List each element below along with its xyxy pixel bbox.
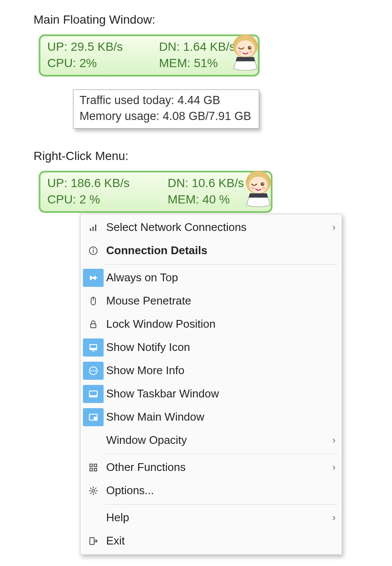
tooltip-memory-usage: Memory usage: 4.08 GB/7.91 GB — [80, 108, 251, 125]
menu-label: Mouse Penetrate — [106, 294, 326, 308]
gear-icon — [83, 482, 104, 500]
menu-label: Exit — [106, 534, 326, 548]
submenu-arrow-icon: › — [326, 512, 342, 523]
ellipsis-circle-icon — [83, 362, 104, 380]
menu-help[interactable]: Help › — [80, 506, 342, 529]
context-menu: Select Network Connections › Connection … — [80, 214, 342, 555]
stat-upload: UP: 186.6 KB/s — [47, 175, 168, 191]
menu-separator — [105, 264, 337, 265]
menu-label: Other Functions — [106, 461, 326, 474]
submenu-arrow-icon: › — [326, 222, 342, 233]
tooltip-traffic-today: Traffic used today: 4.44 GB — [80, 92, 251, 109]
menu-show-taskbar[interactable]: Show Taskbar Window — [80, 382, 342, 406]
menu-options[interactable]: Options... — [80, 479, 342, 502]
menu-label: Help — [106, 511, 326, 524]
menu-separator — [105, 504, 337, 504]
menu-show-main-window[interactable]: Show Main Window — [80, 406, 342, 429]
menu-show-more-info[interactable]: Show More Info — [80, 359, 342, 382]
exit-icon — [83, 532, 104, 550]
stat-cpu: CPU: 2 % — [47, 191, 168, 208]
menu-window-opacity[interactable]: Window Opacity › — [80, 429, 342, 452]
menu-label: Show Main Window — [106, 410, 326, 424]
menu-label: Select Network Connections — [106, 221, 326, 234]
mouse-icon — [83, 292, 104, 310]
menu-mouse-penetrate[interactable]: Mouse Penetrate — [80, 289, 342, 313]
chibi-mascot-icon — [242, 168, 275, 207]
menu-label: Show Taskbar Window — [106, 387, 326, 400]
menu-label: Lock Window Position — [106, 317, 326, 331]
pin-icon — [83, 269, 104, 287]
menu-label: Always on Top — [106, 271, 326, 284]
stat-upload: UP: 29.5 KB/s — [47, 39, 159, 55]
menu-separator — [105, 454, 337, 454]
menu-label: Options... — [106, 484, 326, 497]
floating-monitor-widget-2[interactable]: UP: 186.6 KB/s DN: 10.6 KB/s CPU: 2 % ME… — [39, 171, 273, 213]
menu-show-notify[interactable]: Show Notify Icon — [80, 336, 342, 359]
lock-icon — [83, 315, 104, 333]
menu-label: Show More Info — [106, 364, 326, 377]
menu-select-network[interactable]: Select Network Connections › — [80, 216, 342, 239]
floating-monitor-widget-1[interactable]: UP: 29.5 KB/s DN: 1.64 KB/s CPU: 2% MEM:… — [39, 34, 260, 77]
chibi-mascot-icon — [229, 32, 262, 71]
submenu-arrow-icon: › — [326, 435, 342, 446]
tray-icon — [83, 338, 104, 357]
menu-label: Connection Details — [106, 244, 326, 257]
stats-tooltip: Traffic used today: 4.44 GB Memory usage… — [73, 89, 259, 129]
signal-bars-icon — [83, 218, 104, 237]
section-right-click-title: Right-Click Menu: — [34, 149, 392, 163]
menu-label: Window Opacity — [106, 434, 326, 447]
menu-connection-details[interactable]: Connection Details — [80, 239, 342, 262]
menu-lock-position[interactable]: Lock Window Position — [80, 313, 342, 336]
menu-always-on-top[interactable]: Always on Top — [80, 266, 342, 289]
section-main-floating-title: Main Floating Window: — [34, 13, 392, 27]
stat-cpu: CPU: 2% — [47, 55, 159, 71]
menu-exit[interactable]: Exit — [80, 529, 342, 553]
taskbar-icon — [83, 385, 104, 403]
menu-other-functions[interactable]: Other Functions › — [80, 456, 342, 479]
info-icon — [83, 242, 104, 260]
submenu-arrow-icon: › — [326, 462, 342, 473]
window-icon — [83, 408, 104, 426]
menu-label: Show Notify Icon — [106, 341, 326, 354]
grid-icon — [83, 458, 104, 477]
